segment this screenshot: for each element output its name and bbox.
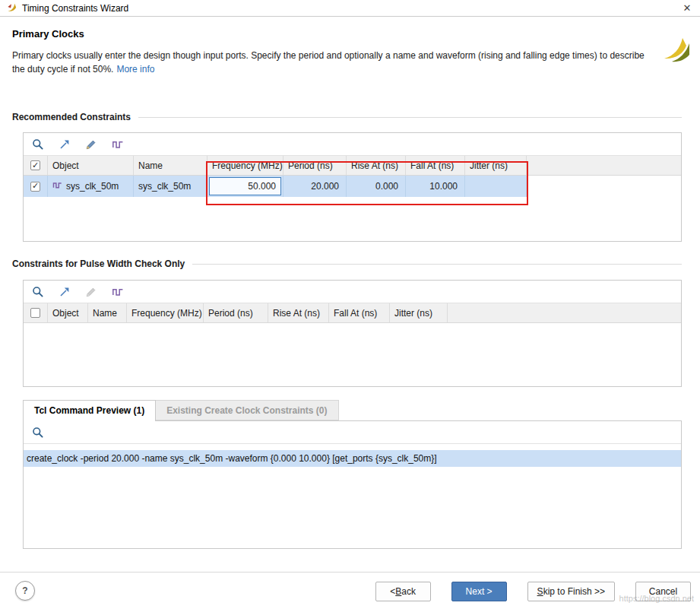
column-header-filler: [448, 303, 681, 322]
back-label-rest: ack: [401, 586, 416, 597]
column-header-jitter[interactable]: Jitter (ns): [390, 303, 448, 322]
row-rise-at-cell: 0.000: [347, 176, 406, 197]
preview-tabs: Tcl Command Preview (1) Existing Create …: [23, 400, 339, 420]
page-title: Primary Clocks: [12, 28, 84, 40]
column-header-period[interactable]: Period (ns): [283, 156, 347, 175]
skip-label-mnemonic: S: [537, 586, 543, 597]
tcl-command-line[interactable]: create_clock -period 20.000 -name sys_cl…: [24, 450, 681, 467]
edit-icon-disabled: [84, 285, 98, 299]
pulse-width-section-head: Constraints for Pulse Width Check Only: [12, 259, 682, 269]
column-header-rise-at[interactable]: Rise At (ns): [268, 303, 329, 322]
column-header-frequency[interactable]: Frequency (MHz): [127, 303, 204, 322]
app-logo-icon: [6, 2, 17, 15]
section-title-pulse-width: Constraints for Pulse Width Check Only: [12, 259, 185, 269]
page-description-text: Primary clocks usually enter the design …: [12, 50, 645, 75]
clock-waveform-icon: [52, 180, 62, 192]
column-header-object[interactable]: Object: [48, 303, 88, 322]
waveform-icon[interactable]: [111, 285, 125, 299]
select-objects-icon[interactable]: [58, 285, 71, 299]
select-all-cell: [24, 303, 48, 322]
skip-label-rest: kip to Finish >>: [543, 586, 605, 597]
more-info-link[interactable]: More info: [116, 64, 154, 75]
cancel-button[interactable]: Cancel: [635, 582, 691, 601]
search-icon[interactable]: [31, 426, 45, 439]
tab-tcl-command-preview[interactable]: Tcl Command Preview (1): [23, 400, 156, 421]
back-label-mnemonic: B: [395, 586, 401, 597]
row-fall-at-cell: 10.000: [406, 176, 465, 197]
pulse-width-table-toolbar: [24, 281, 681, 303]
row-object-text: sys_clk_50m: [66, 181, 119, 192]
column-header-object[interactable]: Object: [48, 156, 134, 175]
search-icon[interactable]: [31, 285, 45, 299]
column-header-frequency[interactable]: Frequency (MHz): [207, 156, 283, 175]
footer-separator: [0, 572, 700, 573]
preview-toolbar: [24, 421, 681, 444]
next-button[interactable]: Next >: [451, 582, 507, 601]
recommended-constraints-section-head: Recommended Constraints: [12, 112, 682, 122]
frequency-editor[interactable]: 50.000: [209, 177, 281, 195]
row-frequency-cell: 50.000: [207, 176, 283, 197]
table-row[interactable]: sys_clk_50m sys_clk_50m 50.000 20.000 0.…: [24, 176, 681, 197]
help-button[interactable]: ?: [15, 581, 35, 601]
column-header-name[interactable]: Name: [134, 156, 207, 175]
waveform-icon[interactable]: [111, 138, 125, 151]
row-checkbox[interactable]: [30, 182, 40, 192]
back-button[interactable]: < Back: [375, 582, 431, 601]
select-all-checkbox[interactable]: [30, 308, 40, 318]
row-checkbox-cell: [24, 176, 48, 197]
column-header-filler: [527, 156, 681, 175]
select-objects-icon[interactable]: [58, 138, 71, 151]
section-rule: [138, 117, 682, 118]
row-jitter-cell: [465, 176, 527, 197]
tcl-command-preview-panel: create_clock -period 20.000 -name sys_cl…: [23, 420, 682, 549]
row-name-cell: sys_clk_50m: [134, 176, 207, 197]
window-title: Timing Constraints Wizard: [22, 3, 128, 14]
row-object-cell: sys_clk_50m: [48, 176, 134, 197]
recommended-table-header: Object Name Frequency (MHz) Period (ns) …: [24, 156, 681, 176]
footer-buttons: < Back Next > Skip to Finish >> Cancel: [375, 582, 691, 601]
search-icon[interactable]: [31, 138, 45, 151]
row-period-cell: 20.000: [283, 176, 347, 197]
recommended-constraints-table: Object Name Frequency (MHz) Period (ns) …: [23, 132, 682, 242]
section-title-recommended: Recommended Constraints: [12, 112, 131, 122]
pulse-width-constraints-table: Object Name Frequency (MHz) Period (ns) …: [23, 280, 682, 387]
column-header-name[interactable]: Name: [88, 303, 127, 322]
column-header-rise-at[interactable]: Rise At (ns): [347, 156, 406, 175]
column-header-fall-at[interactable]: Fall At (ns): [406, 156, 465, 175]
close-icon[interactable]: ✕: [680, 2, 694, 14]
pulse-width-table-header: Object Name Frequency (MHz) Period (ns) …: [24, 303, 681, 323]
section-rule: [192, 264, 682, 265]
select-all-checkbox[interactable]: [30, 160, 40, 170]
row-filler: [527, 176, 681, 197]
xilinx-logo: [660, 35, 692, 68]
page-description: Primary clocks usually enter the design …: [12, 49, 655, 76]
window-titlebar: Timing Constraints Wizard ✕: [0, 0, 700, 17]
select-all-cell: [24, 156, 48, 175]
edit-icon[interactable]: [84, 138, 98, 151]
column-header-jitter[interactable]: Jitter (ns): [465, 156, 527, 175]
recommended-table-toolbar: [24, 133, 681, 156]
tab-existing-create-clock-constraints[interactable]: Existing Create Clock Constraints (0): [156, 400, 338, 420]
back-label-prefix: <: [390, 586, 395, 597]
skip-to-finish-button[interactable]: Skip to Finish >>: [527, 582, 615, 601]
column-header-fall-at[interactable]: Fall At (ns): [329, 303, 390, 322]
column-header-period[interactable]: Period (ns): [204, 303, 268, 322]
